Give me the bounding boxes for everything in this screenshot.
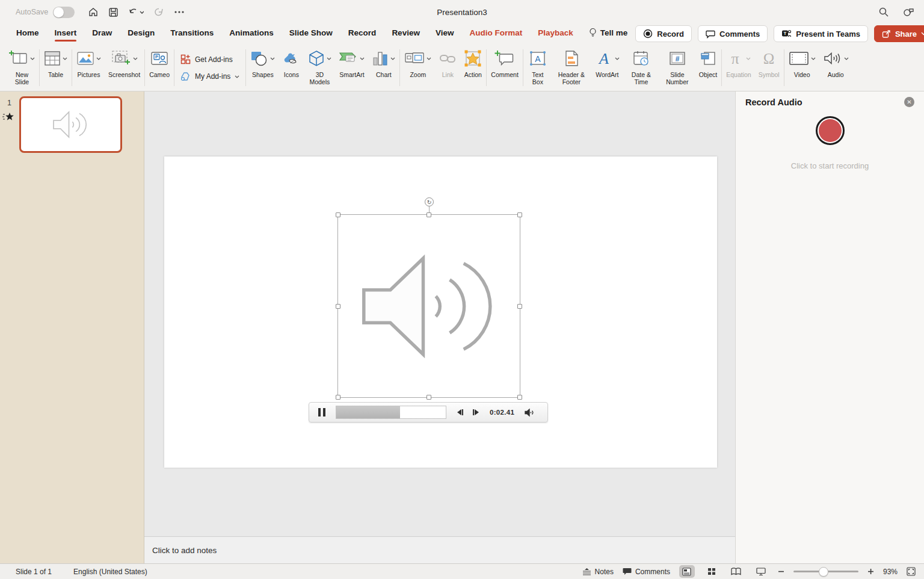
audio-button[interactable]: Audio — [823, 47, 849, 78]
cameo-button[interactable]: P Cameo — [149, 47, 170, 78]
resize-handle-w[interactable] — [336, 304, 340, 309]
smartart-button[interactable]: SmartArt — [339, 47, 365, 78]
reading-view-button[interactable] — [728, 565, 744, 578]
zoom-button[interactable]: Zoom — [404, 47, 431, 78]
slide-show-button[interactable] — [753, 565, 769, 578]
normal-view-button[interactable] — [679, 565, 695, 578]
tab-insert[interactable]: Insert — [47, 27, 85, 41]
svg-text:#: # — [676, 55, 680, 63]
slide-editor-area: ↻ 0:02.41 Click to add notes — [144, 91, 735, 563]
zoom-slider[interactable] — [793, 567, 858, 577]
tab-review[interactable]: Review — [384, 27, 428, 41]
tab-playback[interactable]: Playback — [530, 27, 581, 41]
lightbulb-icon — [589, 28, 597, 37]
move-back-button[interactable] — [456, 409, 464, 416]
share-button[interactable]: Share — [874, 25, 924, 42]
get-add-ins-button[interactable]: Get Add-ins — [180, 54, 239, 64]
record-button[interactable]: Record — [635, 25, 692, 42]
svg-text:A: A — [598, 50, 609, 67]
object-button[interactable]: Object — [699, 47, 717, 78]
account-presence-icon[interactable] — [902, 7, 914, 17]
comment-button[interactable]: Comment — [491, 47, 519, 78]
date-time-button[interactable]: Date & Time — [627, 47, 656, 85]
home-icon[interactable] — [88, 7, 99, 17]
icons-button[interactable]: Icons — [282, 47, 300, 78]
new-slide-button[interactable]: New Slide — [9, 47, 35, 85]
playback-time: 0:02.41 — [490, 409, 514, 416]
recording-hint: Click to start recording — [736, 161, 924, 170]
comments-toggle[interactable]: Comments — [623, 568, 670, 576]
undo-button[interactable] — [128, 7, 144, 17]
tab-audio-format[interactable]: Audio Format — [461, 27, 530, 41]
selection-frame[interactable] — [337, 214, 520, 398]
comments-button[interactable]: Comments — [698, 25, 768, 42]
notes-toggle[interactable]: Notes — [582, 568, 614, 576]
status-bar: Slide 1 of 1 English (United States) Not… — [0, 563, 924, 579]
resize-handle-n[interactable] — [427, 212, 431, 217]
autosave-toggle[interactable]: AutoSave — [16, 7, 75, 18]
comment-bubble-icon — [706, 29, 715, 39]
animation-star-icon[interactable] — [2, 112, 14, 122]
screenshot-button[interactable]: Screenshot — [108, 47, 140, 78]
zoom-out-button[interactable] — [778, 568, 784, 575]
resize-handle-se[interactable] — [517, 395, 522, 400]
tab-animations[interactable]: Animations — [221, 27, 282, 41]
wordart-button[interactable]: A WordArt — [595, 47, 620, 78]
resize-handle-s[interactable] — [427, 395, 431, 400]
slide-thumbnail[interactable] — [19, 96, 122, 153]
tab-record[interactable]: Record — [340, 27, 384, 41]
date-time-icon — [633, 50, 650, 67]
my-add-ins-button[interactable]: My Add-ins — [180, 72, 239, 81]
slide-info[interactable]: Slide 1 of 1 — [16, 568, 52, 576]
link-button: Link — [439, 47, 457, 78]
resize-handle-ne[interactable] — [517, 212, 522, 217]
3d-cube-icon — [308, 50, 325, 67]
chart-button[interactable]: Chart — [372, 47, 395, 78]
resize-handle-e[interactable] — [517, 304, 522, 309]
action-button[interactable]: Action — [464, 47, 482, 78]
player-progress-fill — [336, 406, 400, 418]
tab-view[interactable]: View — [428, 27, 462, 41]
table-button[interactable]: Table — [44, 47, 67, 78]
shapes-button[interactable]: Shapes — [250, 47, 275, 78]
save-icon[interactable] — [108, 7, 119, 17]
start-recording-button[interactable] — [816, 116, 845, 145]
video-icon — [789, 51, 809, 66]
more-commands-icon[interactable] — [174, 10, 185, 14]
search-icon[interactable] — [878, 7, 889, 17]
resize-handle-nw[interactable] — [336, 212, 340, 217]
rotation-handle[interactable]: ↻ — [425, 197, 434, 206]
pictures-icon — [76, 51, 94, 66]
tab-transitions[interactable]: Transitions — [162, 27, 221, 41]
zoom-percentage[interactable]: 93% — [883, 568, 898, 576]
fit-slide-to-window-button[interactable] — [907, 567, 916, 576]
slide-sorter-view-button[interactable] — [704, 565, 719, 578]
notes-pane[interactable]: Click to add notes — [144, 536, 735, 563]
autosave-switch[interactable] — [53, 7, 75, 18]
pictures-button[interactable]: Pictures — [76, 47, 101, 78]
move-forward-button[interactable] — [472, 409, 480, 416]
record-dot-icon — [643, 29, 653, 39]
tab-home[interactable]: Home — [8, 27, 47, 41]
audio-speaker-icon — [823, 51, 842, 66]
zoom-in-button[interactable] — [867, 568, 874, 575]
language-selector[interactable]: English (United States) — [73, 568, 147, 576]
present-in-teams-button[interactable]: T Present in Teams — [774, 25, 868, 42]
tab-tell-me[interactable]: Tell me — [581, 26, 636, 41]
video-button[interactable]: Video — [789, 47, 816, 78]
slide-number-button[interactable]: # Slide Number — [663, 47, 692, 85]
tab-slide-show[interactable]: Slide Show — [282, 27, 340, 41]
playback-progress-bar[interactable] — [336, 406, 446, 419]
text-box-button[interactable]: A Text Box — [528, 47, 548, 85]
resize-handle-sw[interactable] — [336, 395, 340, 400]
tab-design[interactable]: Design — [120, 27, 162, 41]
pause-button[interactable] — [318, 408, 325, 416]
tab-draw[interactable]: Draw — [84, 27, 120, 41]
smartart-icon — [339, 51, 358, 66]
titlebar: AutoSave Presentation3 — [0, 0, 924, 24]
volume-button[interactable] — [524, 408, 535, 417]
header-footer-button[interactable]: Header & Footer — [555, 47, 588, 85]
panel-close-button[interactable]: ✕ — [904, 97, 914, 107]
zoom-slider-thumb[interactable] — [819, 567, 828, 577]
3d-models-button[interactable]: 3D Models — [307, 47, 331, 85]
